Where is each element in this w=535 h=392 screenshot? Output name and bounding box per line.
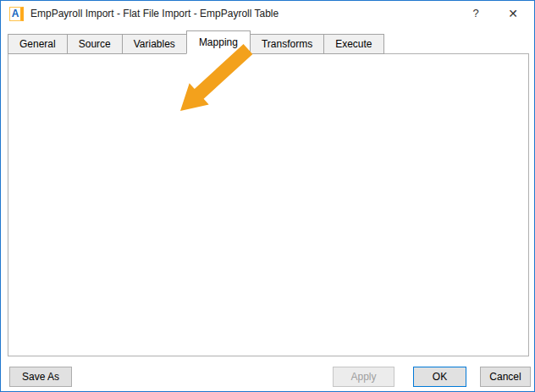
help-icon[interactable]: ?: [465, 4, 487, 23]
tab-general[interactable]: General: [8, 34, 67, 54]
window-title: EmpPayroll Import - Flat File Import - E…: [30, 8, 279, 19]
tab-transforms[interactable]: Transforms: [251, 34, 323, 54]
cancel-button[interactable]: Cancel: [480, 367, 531, 387]
tab-strip: General Source Variables Mapping Transfo…: [8, 34, 384, 54]
close-icon[interactable]: ✕: [502, 4, 524, 23]
tab-page-panel: [8, 53, 529, 356]
app-icon: A: [9, 7, 24, 21]
tab-source[interactable]: Source: [67, 34, 122, 54]
tab-variables[interactable]: Variables: [122, 34, 186, 54]
tab-mapping[interactable]: Mapping: [186, 30, 251, 54]
apply-button: Apply: [333, 367, 394, 387]
ok-button[interactable]: OK: [413, 367, 466, 387]
dialog-window: A EmpPayroll Import - Flat File Import -…: [0, 0, 535, 392]
title-bar: A EmpPayroll Import - Flat File Import -…: [1, 1, 534, 27]
save-as-button[interactable]: Save As: [9, 367, 72, 387]
tab-execute[interactable]: Execute: [323, 34, 383, 54]
